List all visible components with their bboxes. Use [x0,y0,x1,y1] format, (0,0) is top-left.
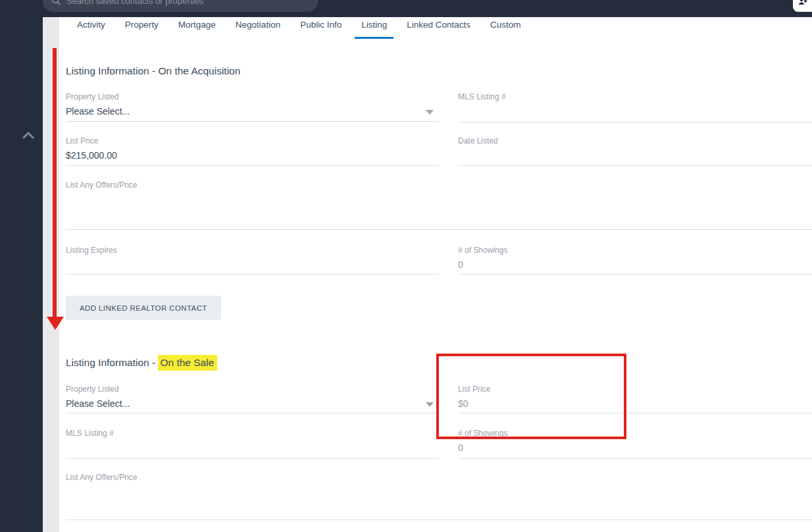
field-label: Date Listed [458,136,812,146]
field-property-listed-acquisition[interactable]: Property Listed Please Select... [66,92,439,122]
person-plus-icon [798,0,807,7]
list-price-input[interactable]: $215,000.00 [66,150,439,161]
field-mls-listing-sale[interactable]: MLS Listing # [66,429,439,459]
tab-property[interactable]: Property [125,17,159,39]
field-offers-acquisition[interactable]: List Any Offers/Price [66,180,812,230]
add-linked-realtor-contact-button[interactable]: ADD LINKED REALTOR CONTACT [66,296,221,320]
search-input[interactable]: Search saved contacts or properties [42,0,318,12]
tab-custom[interactable]: Custom [490,17,521,39]
tab-mortgage[interactable]: Mortgage [178,17,216,39]
tab-listing[interactable]: Listing [361,17,387,39]
field-listing-expires-acquisition[interactable]: Listing Expires [66,246,439,275]
content-gutter [43,17,59,532]
chevron-up-icon[interactable] [22,132,34,140]
field-label: Listing Expires [66,246,439,255]
chevron-down-icon[interactable] [426,110,434,115]
top-navigation-bar: Search saved contacts or properties [0,0,812,17]
field-showings-sale[interactable]: # of Showings 0 [458,429,812,459]
section-title-acquisition: Listing Information - On the Acquisition [66,65,240,77]
highlighted-text: On the Sale [158,355,217,371]
left-sidebar [0,0,43,532]
showings-input[interactable]: 0 [458,259,812,270]
field-label: # of Showings [458,429,812,438]
listing-expires-input[interactable] [66,259,439,270]
add-contact-button[interactable] [793,0,812,12]
field-list-price-acquisition[interactable]: List Price $215,000.00 [66,136,439,166]
field-list-price-sale[interactable]: List Price $0 [458,385,812,413]
offers-textarea[interactable] [66,194,812,205]
field-date-listed-acquisition[interactable]: Date Listed [458,136,812,166]
field-label: List Any Offers/Price [66,180,812,190]
date-listed-input[interactable] [458,150,812,161]
field-label: MLS Listing # [458,92,812,101]
search-icon [51,0,61,5]
tab-linked-contacts[interactable]: Linked Contacts [407,17,470,39]
field-label: List Price [458,385,812,394]
field-label: MLS Listing # [66,429,439,438]
field-offers-sale[interactable]: List Any Offers/Price [66,473,812,520]
section-title-sale: Listing Information - On the Sale [66,357,217,369]
mls-listing-input[interactable] [458,106,812,117]
field-label: List Any Offers/Price [66,473,812,482]
mls-listing-input[interactable] [66,442,439,453]
record-tabs: Activity Property Mortgage Negotiation P… [77,17,521,39]
field-showings-acquisition[interactable]: # of Showings 0 [458,246,812,275]
field-mls-listing-acquisition[interactable]: MLS Listing # [458,92,812,122]
tab-public-info[interactable]: Public Info [300,17,342,39]
section-title-prefix: Listing Information - [66,357,158,368]
offers-textarea[interactable] [66,487,812,497]
property-listed-select[interactable]: Please Select... [66,398,439,409]
list-price-input[interactable]: $0 [458,398,812,409]
search-placeholder: Search saved contacts or properties [66,0,203,6]
property-listed-select[interactable]: Please Select... [66,106,439,117]
field-label: Property Listed [66,92,439,101]
field-label: # of Showings [458,246,812,255]
showings-input[interactable]: 0 [458,442,812,453]
tab-activity[interactable]: Activity [77,17,105,39]
crm-contact-page: Search saved contacts or properties Acti… [0,0,812,532]
tab-negotiation[interactable]: Negotiation [236,17,280,39]
field-label: List Price [66,136,439,146]
field-property-listed-sale[interactable]: Property Listed Please Select... [66,385,439,413]
field-label: Property Listed [66,385,439,394]
chevron-down-icon[interactable] [426,402,434,407]
